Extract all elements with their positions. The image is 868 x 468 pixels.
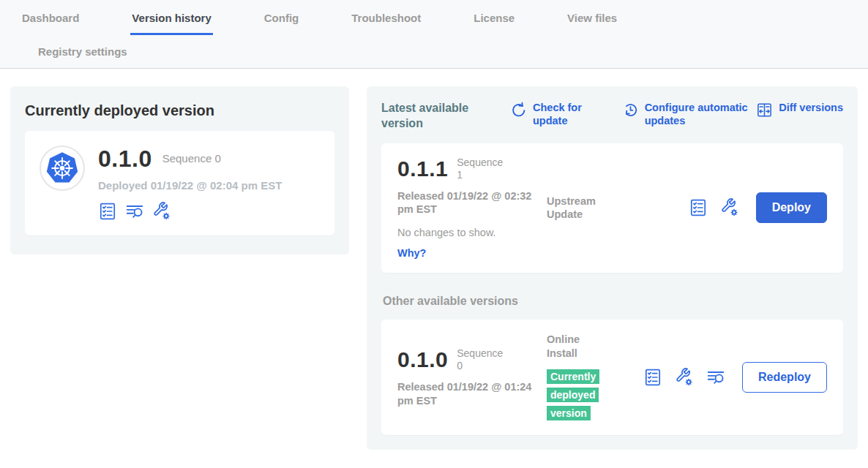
configure-auto-updates-link[interactable]: Configure automatic updates	[622, 101, 757, 127]
deploy-button[interactable]: Deploy	[756, 192, 827, 223]
edit-config-icon[interactable]	[152, 202, 171, 221]
tab-registry-settings[interactable]: Registry settings	[37, 42, 129, 58]
tab-view-files[interactable]: View files	[566, 9, 618, 35]
latest-available-title: Latest available version	[381, 101, 493, 132]
diff-versions-icon	[756, 102, 773, 118]
deployed-timestamp: Deployed 01/19/22 @ 02:04 pm EST	[98, 179, 282, 192]
redeploy-button[interactable]: Redeploy	[742, 362, 827, 393]
other-version-number: 0.1.0	[397, 349, 448, 371]
latest-released-timestamp: Released 01/19/22 @ 02:32 pm EST	[397, 189, 536, 217]
latest-source-label: Upstream Update	[547, 195, 613, 222]
check-update-icon	[510, 102, 527, 118]
other-source-label: Online Install	[547, 333, 613, 361]
other-version-card: 0.1.0 Sequence 0 Released 01/19/22 @ 01:…	[381, 320, 843, 435]
primary-tabs: Dashboard Version history Config Trouble…	[0, 9, 868, 35]
diff-versions-link[interactable]: Diff versions	[756, 101, 843, 118]
other-version-actions: Redeploy	[643, 362, 827, 393]
tab-troubleshoot[interactable]: Troubleshoot	[350, 9, 422, 35]
updates-header: Latest available version Check for updat…	[381, 101, 843, 132]
auto-updates-icon	[622, 102, 639, 118]
preflight-checks-icon[interactable]	[98, 202, 117, 221]
tab-dashboard[interactable]: Dashboard	[20, 9, 81, 35]
deployed-sequence-label: Sequence 0	[162, 152, 221, 166]
deployed-version-card: 0.1.0 Sequence 0 Deployed 01/19/22 @ 02:…	[25, 131, 334, 235]
latest-version-actions: Deploy	[689, 192, 827, 223]
top-navigation: Dashboard Version history Config Trouble…	[0, 0, 868, 69]
check-for-update-label: Check for update	[533, 101, 588, 127]
deploy-logs-icon[interactable]	[706, 368, 725, 387]
currently-deployed-badge: Currently deployed version	[547, 369, 599, 420]
latest-version-info: 0.1.1 Sequence 1 Released 01/19/22 @ 02:…	[397, 156, 542, 260]
tab-version-history[interactable]: Version history	[130, 9, 212, 35]
deployed-version-number: 0.1.0	[98, 147, 152, 170]
currently-deployed-title: Currently deployed version	[25, 102, 334, 119]
kubernetes-logo-icon	[40, 146, 85, 191]
preflight-checks-icon[interactable]	[689, 198, 708, 217]
tab-config[interactable]: Config	[263, 9, 300, 35]
diff-versions-label: Diff versions	[779, 101, 843, 114]
other-versions-header: Other available versions	[383, 295, 843, 308]
edit-config-icon[interactable]	[720, 198, 739, 217]
latest-version-card: 0.1.1 Sequence 1 Released 01/19/22 @ 02:…	[381, 143, 843, 273]
other-released-timestamp: Released 01/19/22 @ 01:24 pm EST	[397, 380, 536, 408]
check-for-update-link[interactable]: Check for update	[510, 101, 588, 127]
configure-auto-updates-label: Configure automatic updates	[645, 101, 757, 127]
latest-version-number: 0.1.1	[397, 158, 448, 180]
deployed-action-icons	[98, 202, 282, 221]
main-content: Currently deployed version 0.1.0 Sequenc…	[0, 69, 868, 467]
other-sequence-label: Sequence 0	[457, 347, 509, 373]
why-link[interactable]: Why?	[397, 247, 426, 259]
edit-config-icon[interactable]	[675, 368, 694, 387]
updates-header-links: Check for update Configure automatic upd…	[493, 101, 843, 127]
deploy-logs-icon[interactable]	[125, 202, 144, 221]
other-version-info: 0.1.0 Sequence 0 Released 01/19/22 @ 01:…	[397, 347, 542, 408]
deployed-version-info: 0.1.0 Sequence 0 Deployed 01/19/22 @ 02:…	[98, 146, 282, 221]
available-updates-panel: Latest available version Check for updat…	[367, 86, 858, 450]
other-source-column: Online Install Currently deployed versio…	[547, 333, 643, 422]
currently-deployed-panel: Currently deployed version 0.1.0 Sequenc…	[10, 86, 349, 254]
tab-license[interactable]: License	[472, 9, 516, 35]
latest-sequence-label: Sequence 1	[457, 156, 509, 182]
secondary-tabs: Registry settings	[0, 35, 868, 68]
latest-source-column: Upstream Update	[547, 195, 643, 222]
preflight-checks-icon[interactable]	[643, 368, 662, 387]
deployed-badge-wrap: Currently deployed version	[547, 368, 614, 422]
no-changes-note: No changes to show.	[397, 227, 542, 238]
